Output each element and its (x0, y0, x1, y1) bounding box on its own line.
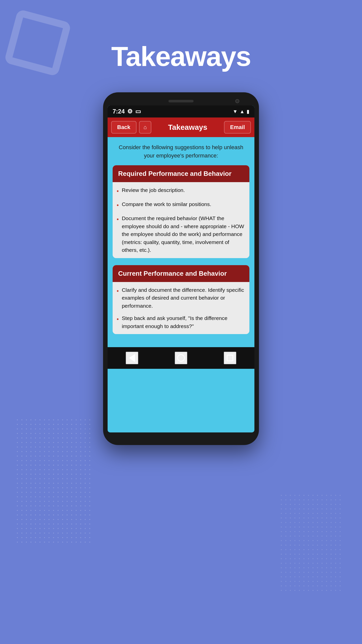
status-bar-left: 7:24 ⚙ ▭ (113, 108, 141, 115)
bullet-dot-3: • (117, 215, 119, 224)
current-performance-card: Current Performance and Behavior • Clari… (113, 265, 249, 334)
wifi-icon: ▼ (233, 109, 238, 114)
list-item: • Review the job description. (117, 186, 244, 196)
storage-icon: ▭ (135, 108, 141, 115)
list-item: • Document the required behavior (WHAT t… (117, 214, 244, 254)
nav-back-button[interactable] (126, 352, 138, 364)
phone-camera (235, 99, 239, 103)
phone-top-bar (108, 100, 254, 102)
home-button[interactable]: ⌂ (139, 121, 151, 134)
bullet-dot-2: • (117, 201, 119, 210)
required-performance-header: Required Performance and Behavior (113, 165, 249, 182)
bg-decoration-top-left (4, 9, 71, 76)
back-button[interactable]: Back (111, 121, 137, 134)
email-button[interactable]: Email (224, 121, 251, 134)
back-icon (129, 354, 135, 362)
required-performance-title: Required Performance and Behavior (118, 170, 232, 177)
bullet-dot-4: • (117, 287, 119, 296)
phone-bottom-nav (108, 347, 254, 369)
screen-content: Consider the following suggestions to he… (108, 137, 254, 347)
current-performance-header: Current Performance and Behavior (113, 265, 249, 282)
list-item: • Compare the work to similar positions. (117, 200, 244, 210)
phone-bottom-bar (108, 432, 254, 440)
bullet-text-3: Document the required behavior (WHAT the… (122, 214, 244, 254)
battery-icon: ▮ (247, 108, 249, 114)
status-time: 7:24 (113, 108, 125, 115)
app-header-title: Takeaways (154, 123, 221, 132)
current-performance-body: • Clarify and document the difference. I… (113, 282, 249, 334)
bullet-text-5: Step back and ask yourself, "Is the diff… (122, 314, 244, 330)
current-performance-title: Current Performance and Behavior (118, 270, 227, 277)
phone-mockup: 7:24 ⚙ ▭ ▼ ▲ ▮ Back ⌂ Takeaways Email Co… (103, 92, 259, 445)
app-header: Back ⌂ Takeaways Email (108, 117, 254, 137)
intro-text: Consider the following suggestions to he… (113, 143, 249, 160)
recent-icon (227, 355, 233, 361)
home-circle-icon (177, 354, 185, 362)
gear-icon: ⚙ (127, 108, 133, 115)
home-icon: ⌂ (144, 124, 147, 130)
required-performance-card: Required Performance and Behavior • Revi… (113, 165, 249, 258)
phone-screen: 7:24 ⚙ ▭ ▼ ▲ ▮ Back ⌂ Takeaways Email Co… (108, 105, 254, 432)
list-item: • Step back and ask yourself, "Is the di… (117, 314, 244, 330)
list-item: • Clarify and document the difference. I… (117, 286, 244, 310)
bullet-dot-1: • (117, 187, 119, 196)
bg-dots-right (279, 493, 342, 594)
phone-speaker (168, 100, 194, 102)
page-title: Takeaways (111, 40, 251, 72)
nav-recent-button[interactable] (224, 352, 236, 364)
nav-home-button[interactable] (175, 352, 187, 364)
bullet-text-4: Clarify and document the difference. Ide… (122, 286, 244, 310)
bullet-dot-5: • (117, 315, 119, 324)
status-bar: 7:24 ⚙ ▭ ▼ ▲ ▮ (108, 105, 254, 117)
bullet-text-2: Compare the work to similar positions. (122, 200, 211, 208)
signal-icon: ▲ (240, 109, 245, 114)
status-bar-right: ▼ ▲ ▮ (233, 108, 249, 114)
bullet-text-1: Review the job description. (122, 186, 185, 194)
required-performance-body: • Review the job description. • Compare … (113, 182, 249, 258)
bg-dots-left (15, 418, 90, 543)
